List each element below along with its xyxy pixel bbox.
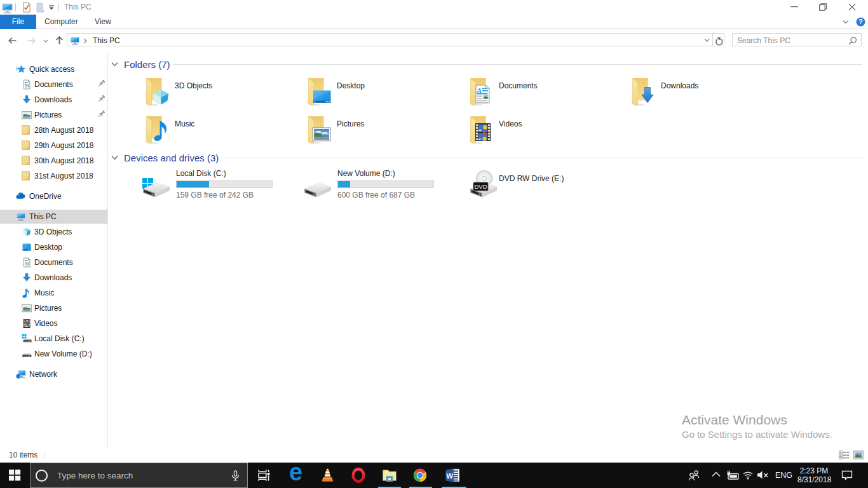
svg-text:A: A (477, 86, 482, 94)
svg-text:DVD: DVD (474, 183, 487, 190)
svg-text:W: W (446, 472, 453, 480)
svg-text:?: ? (858, 18, 862, 25)
